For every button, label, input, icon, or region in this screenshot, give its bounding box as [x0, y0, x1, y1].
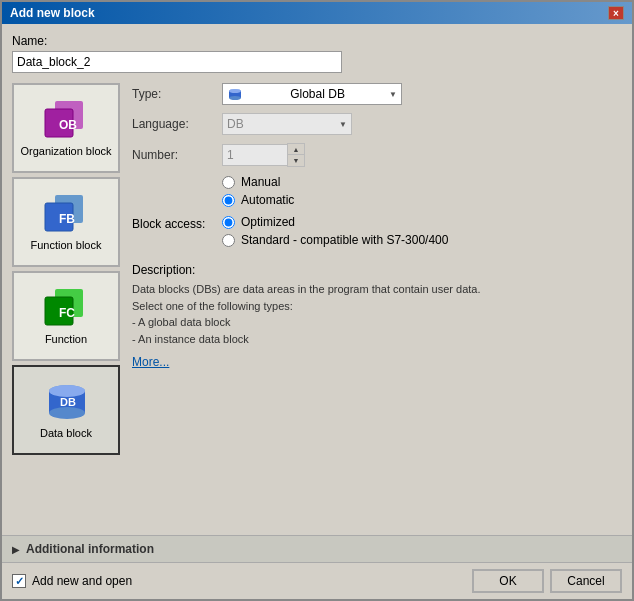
ok-button[interactable]: OK — [472, 569, 544, 593]
fb-icon: FB — [41, 191, 91, 235]
additional-info-bar[interactable]: ▶ Additional information — [2, 535, 632, 562]
language-dropdown: DB ▼ — [222, 113, 352, 135]
number-control: 1 ▲ ▼ — [222, 143, 305, 167]
type-label: Type: — [132, 87, 222, 101]
optimized-label: Optimized — [241, 215, 295, 229]
manual-radio-row: Manual — [222, 175, 622, 189]
number-spinner-up[interactable]: ▲ — [288, 144, 304, 155]
block-access-label: Block access: — [132, 215, 222, 231]
add-new-open-label: Add new and open — [32, 574, 132, 588]
fc-label: Function — [45, 333, 87, 346]
number-row: Number: 1 ▲ ▼ — [132, 143, 622, 167]
type-dropdown-icon-db — [227, 86, 246, 102]
main-section: OB Organization block FB Function bl — [12, 83, 622, 525]
description-section: Description: Data blocks (DBs) are data … — [132, 263, 622, 525]
footer: Add new and open OK Cancel — [2, 562, 632, 599]
block-item-db[interactable]: DB Data block — [12, 365, 120, 455]
type-row: Type: Global DB — [132, 83, 622, 105]
ob-icon: OB — [41, 97, 91, 141]
dialog-title: Add new block — [10, 6, 95, 20]
add-new-open-checkbox[interactable] — [12, 574, 26, 588]
number-value: 1 — [227, 148, 234, 162]
number-field: 1 — [222, 144, 287, 166]
block-item-fb[interactable]: FB Function block — [12, 177, 120, 267]
right-panel: Type: Global DB — [132, 83, 622, 525]
numbering-group: Manual Automatic — [222, 175, 622, 207]
automatic-label: Automatic — [241, 193, 294, 207]
language-row: Language: DB ▼ — [132, 113, 622, 135]
block-list: OB Organization block FB Function bl — [12, 83, 122, 525]
number-spinner-down[interactable]: ▼ — [288, 155, 304, 166]
automatic-radio-row: Automatic — [222, 193, 622, 207]
number-label: Number: — [132, 148, 222, 162]
fb-label: Function block — [31, 239, 102, 252]
dialog-body: Name: OB — [2, 24, 632, 535]
name-label: Name: — [12, 34, 622, 48]
fc-icon: FC — [41, 285, 91, 329]
block-access-options: Optimized Standard - compatible with S7-… — [222, 215, 448, 247]
language-value: DB — [227, 117, 244, 131]
svg-text:DB: DB — [60, 396, 76, 408]
svg-text:OB: OB — [59, 118, 77, 132]
dialog: Add new block × Name: — [0, 0, 634, 601]
number-spinner: ▲ ▼ — [287, 143, 305, 167]
svg-point-17 — [229, 89, 241, 93]
name-input[interactable] — [12, 51, 342, 73]
type-dropdown-arrow: ▼ — [389, 90, 397, 99]
type-value: Global DB — [290, 87, 345, 101]
type-dropdown[interactable]: Global DB ▼ — [222, 83, 402, 105]
manual-label: Manual — [241, 175, 280, 189]
close-button[interactable]: × — [608, 6, 624, 20]
svg-point-16 — [229, 96, 241, 100]
svg-point-11 — [49, 407, 85, 419]
manual-radio[interactable] — [222, 176, 235, 189]
block-item-ob[interactable]: OB Organization block — [12, 83, 120, 173]
optimized-radio[interactable] — [222, 216, 235, 229]
additional-info-label: Additional information — [26, 542, 154, 556]
name-section: Name: — [12, 34, 622, 73]
title-bar: Add new block × — [2, 2, 632, 24]
more-link[interactable]: More... — [132, 355, 169, 369]
language-label: Language: — [132, 117, 222, 131]
ob-label: Organization block — [20, 145, 111, 158]
optimized-radio-row: Optimized — [222, 215, 448, 229]
additional-info-arrow: ▶ — [12, 544, 20, 555]
language-arrow: ▼ — [339, 120, 347, 129]
db-icon: DB — [41, 379, 91, 423]
standard-radio-row: Standard - compatible with S7-300/400 — [222, 233, 448, 247]
standard-label: Standard - compatible with S7-300/400 — [241, 233, 448, 247]
automatic-radio[interactable] — [222, 194, 235, 207]
footer-right: OK Cancel — [472, 569, 622, 593]
type-control: Global DB ▼ — [222, 83, 402, 105]
description-title: Description: — [132, 263, 622, 277]
standard-radio[interactable] — [222, 234, 235, 247]
block-item-fc[interactable]: FC Function — [12, 271, 120, 361]
block-access-row: Block access: Optimized Standard - compa… — [132, 215, 622, 247]
db-label: Data block — [40, 427, 92, 440]
description-text: Data blocks (DBs) are data areas in the … — [132, 281, 622, 347]
footer-left: Add new and open — [12, 574, 132, 588]
cancel-button[interactable]: Cancel — [550, 569, 622, 593]
svg-text:FC: FC — [59, 306, 75, 320]
svg-text:FB: FB — [59, 212, 75, 226]
